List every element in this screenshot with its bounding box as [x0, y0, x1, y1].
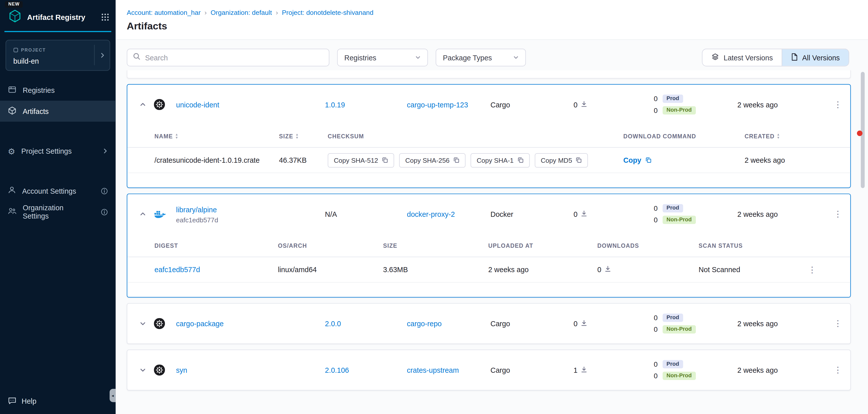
artifact-version: N/A — [325, 210, 407, 218]
prod-badge: Prod — [662, 95, 683, 103]
artifact-name-link[interactable]: cargo-package — [176, 320, 223, 328]
prod-count: 0 — [651, 95, 657, 103]
column-header-uploaded-at: UPLOADED AT — [488, 242, 597, 248]
sidebar: NEW Artifact Registry — [0, 0, 116, 414]
search-box — [127, 49, 330, 66]
copy-md5-button[interactable]: Copy MD5 — [535, 153, 588, 167]
downloads-count: 0 — [574, 319, 651, 328]
latest-versions-toggle[interactable]: Latest Versions — [703, 49, 782, 66]
sidebar-item-label: Artifacts — [23, 107, 49, 115]
prod-badge: Prod — [662, 204, 683, 212]
artifact-version-link[interactable]: 2.0.106 — [325, 366, 407, 374]
artifact-name-link[interactable]: library/alpine — [176, 206, 217, 214]
app-title: Artifact Registry — [27, 13, 101, 22]
all-versions-toggle[interactable]: All Versions — [782, 49, 848, 66]
search-icon — [133, 53, 141, 63]
project-selector[interactable]: PROJECT build-en — [5, 40, 110, 71]
breadcrumb-account-link[interactable]: Account: automation_har — [127, 9, 200, 16]
versions-table-header: DIGEST OS/ARCH SIZE UPLOADED AT DOWNLOAD… — [127, 234, 850, 257]
artifact-type: Cargo — [490, 366, 574, 374]
column-header-name: NAME — [155, 133, 173, 139]
artifact-version-link[interactable]: 1.0.19 — [325, 100, 407, 109]
column-header-checksum: CHECKSUM — [328, 133, 623, 139]
nonprod-count: 0 — [651, 372, 657, 380]
sort-icon[interactable]: ▴▾ — [777, 133, 780, 139]
gear-icon: ⚙ — [8, 147, 16, 155]
nonprod-count: 0 — [651, 216, 657, 224]
info-icon[interactable] — [101, 208, 108, 215]
account-icon — [8, 186, 16, 196]
package-types-dropdown[interactable]: Package Types — [436, 49, 526, 66]
info-icon[interactable] — [101, 187, 108, 195]
filter-bar: Registries Package Types — [116, 40, 868, 66]
modified-date: 2 weeks ago — [737, 210, 826, 218]
sidebar-item-label: Organization Settings — [23, 204, 89, 220]
chevron-down-icon — [513, 53, 519, 62]
artifact-row: syn 2.0.106 crates-upstream Cargo 1 0Pro… — [127, 350, 850, 390]
modified-date: 2 weeks ago — [737, 366, 826, 374]
sidebar-item-organization-settings[interactable]: Organization Settings — [0, 201, 116, 222]
help-button[interactable]: Help — [8, 396, 36, 407]
artifact-version-link[interactable]: 2.0.0 — [325, 319, 407, 328]
expand-row-button[interactable] — [136, 364, 150, 377]
artifact-registry-link[interactable]: crates-upstream — [407, 366, 490, 374]
copy-sha1-button[interactable]: Copy SHA-1 — [470, 153, 530, 167]
collapse-arrow-icon: ◀ — [112, 394, 114, 397]
sidebar-item-label: Account Settings — [22, 186, 76, 195]
breadcrumb-project-link[interactable]: Project: donotdelete-shivanand — [282, 9, 374, 16]
sidebar-item-project-settings[interactable]: ⚙ Project Settings — [0, 141, 116, 162]
checksum-buttons: Copy SHA-512 Copy SHA-256 Copy SHA-1 Cop… — [328, 153, 623, 167]
project-info: PROJECT build-en — [13, 45, 94, 65]
docker-package-icon — [154, 209, 176, 218]
kebab-menu-button[interactable]: ⋮ — [830, 97, 846, 112]
registries-icon — [8, 85, 17, 96]
artifact-name-link[interactable]: unicode-ident — [176, 101, 219, 109]
files-table-header: NAME▴▾ SIZE▴▾ CHECKSUM DOWNLOAD COMMAND … — [127, 125, 850, 148]
nonprod-badge: Non-Prod — [662, 325, 695, 334]
artifact-registry-link[interactable]: docker-proxy-2 — [407, 210, 490, 218]
prod-count: 0 — [651, 314, 657, 322]
chevron-down-icon — [415, 53, 421, 62]
sidebar-collapse-button[interactable]: ◀ — [110, 389, 116, 402]
copy-sha512-button[interactable]: Copy SHA-512 — [328, 153, 394, 167]
organization-icon — [8, 207, 17, 217]
sidebar-item-account-settings[interactable]: Account Settings — [0, 180, 116, 202]
column-header-size: SIZE — [279, 133, 293, 139]
digest-link[interactable]: eafc1edb577d — [155, 266, 278, 274]
breadcrumb-organization-link[interactable]: Organization: default — [211, 9, 272, 16]
artifact-type: Cargo — [490, 319, 574, 328]
kebab-menu-button[interactable]: ⋮ — [804, 262, 820, 277]
downloads-count: 0 — [574, 210, 651, 218]
vertical-scrollbar[interactable] — [861, 72, 865, 188]
copy-download-command-button[interactable]: Copy — [623, 156, 651, 164]
column-header-downloads: DOWNLOADS — [597, 242, 699, 248]
module-grid-icon[interactable] — [101, 13, 109, 21]
sort-icon[interactable]: ▴▾ — [176, 133, 178, 139]
artifact-name-link[interactable]: syn — [176, 366, 187, 375]
sidebar-item-label: Project Settings — [22, 147, 72, 155]
file-row: /cratesunicode-ident-1.0.19.crate 46.37K… — [127, 148, 850, 173]
column-header-created: CREATED — [745, 133, 775, 139]
kebab-menu-button[interactable]: ⋮ — [830, 362, 846, 378]
sidebar-item-artifacts[interactable]: Artifacts — [0, 101, 116, 122]
kebab-menu-button[interactable]: ⋮ — [830, 206, 846, 222]
modified-date: 2 weeks ago — [737, 100, 826, 109]
kebab-menu-button[interactable]: ⋮ — [830, 316, 846, 332]
sidebar-item-registries[interactable]: Registries — [0, 80, 116, 101]
expand-row-button[interactable] — [136, 317, 150, 330]
copy-sha256-button[interactable]: Copy SHA-256 — [399, 153, 466, 167]
project-name: build-en — [13, 57, 94, 65]
breadcrumb-separator: › — [276, 9, 278, 16]
new-badge: NEW — [5, 1, 23, 7]
project-icon — [13, 45, 19, 55]
collapse-row-button[interactable] — [136, 207, 150, 221]
registries-dropdown[interactable]: Registries — [337, 49, 428, 66]
download-icon — [605, 266, 611, 274]
collapse-row-button[interactable] — [136, 98, 150, 111]
search-input[interactable] — [145, 53, 323, 62]
artifact-registry-link[interactable]: cargo-up-temp-123 — [407, 100, 490, 109]
artifact-registry-link[interactable]: cargo-repo — [407, 319, 490, 328]
all-versions-label: All Versions — [802, 53, 840, 62]
column-header-os-arch: OS/ARCH — [278, 242, 383, 248]
sort-icon[interactable]: ▴▾ — [296, 133, 298, 139]
